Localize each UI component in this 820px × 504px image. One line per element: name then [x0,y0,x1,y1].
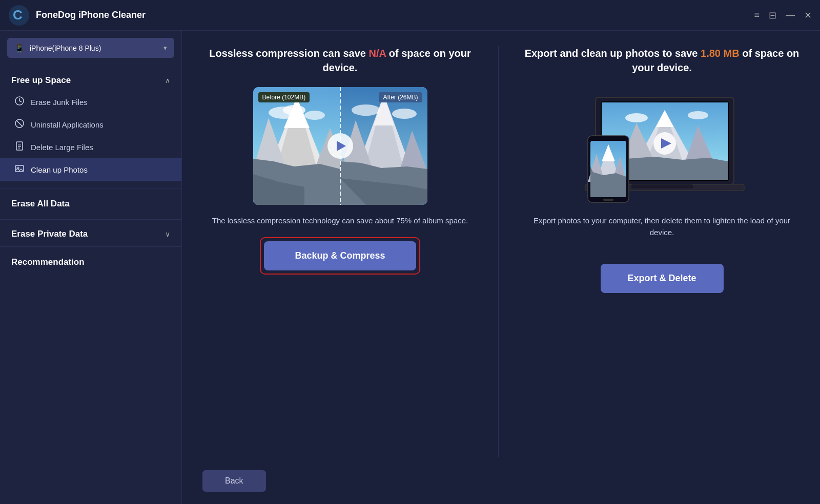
window-controls: ≡ ⊟ — ✕ [754,10,812,21]
titlebar: C FoneDog iPhone Cleaner ≡ ⊟ — ✕ [0,0,820,31]
backup-compress-highlight-border: Backup & Compress [260,237,420,275]
play-button[interactable] [327,133,353,159]
panel-export-delete: Export and clean up photos to save 1.80 … [499,46,799,457]
app-title: FoneDog iPhone Cleaner [36,10,754,20]
left-panel-heading: Lossless compression can save N/A of spa… [202,46,478,75]
free-up-space-title: Free up Space [11,75,71,86]
app-logo: C [8,5,30,26]
free-up-space-header[interactable]: Free up Space ∧ [0,68,181,91]
chevron-down-icon-2: ∨ [165,230,170,238]
sidebar-divider-1 [0,188,181,188]
svg-point-34 [392,109,417,119]
export-delete-button[interactable]: Export & Delete [601,264,724,293]
svg-line-4 [19,101,22,102]
uninstall-apps-label: Uninstall Applications [31,120,104,129]
svg-text:C: C [13,7,23,23]
svg-point-33 [352,104,380,116]
sidebar: 📱 iPhone(iPhone 8 Plus) ▾ Free up Space … [0,31,182,504]
mb-highlight: 1.80 MB [701,48,740,59]
sidebar-item-recommendation[interactable]: Recommendation [0,249,181,276]
chat-icon[interactable]: ⊟ [769,10,776,21]
svg-rect-55 [603,199,613,201]
svg-line-6 [16,120,23,127]
content-area: Lossless compression can save N/A of spa… [182,31,820,462]
backup-compress-button[interactable]: Backup & Compress [264,241,416,270]
svg-point-31 [283,105,305,115]
right-panel-description: Export photos to your computer, then del… [524,215,799,238]
before-label: Before (102MB) [258,92,310,102]
chevron-down-icon: ▾ [163,44,167,52]
block-icon [14,119,25,130]
svg-rect-7 [16,142,23,150]
na-highlight: N/A [368,48,386,59]
erase-junk-label: Erase Junk Files [31,98,88,107]
sidebar-divider-3 [0,246,181,247]
close-icon[interactable]: ✕ [804,10,812,21]
sidebar-divider-2 [0,219,181,220]
right-panel-heading: Export and clean up photos to save 1.80 … [524,46,799,75]
sidebar-item-delete-large[interactable]: Delete Large Files [0,136,181,158]
play-icon [337,141,346,151]
clock-icon [14,96,25,108]
panel-backup-compress: Lossless compression can save N/A of spa… [202,46,499,457]
sidebar-item-erase-junk[interactable]: Erase Junk Files [0,91,181,113]
after-label: After (26MB) [379,92,422,102]
menu-icon[interactable]: ≡ [754,10,760,20]
svg-point-32 [304,111,325,120]
left-panel-description: The lossless compression technology can … [212,215,468,227]
device-label: iPhone(iPhone 8 Plus) [30,44,158,52]
main-content: Lossless compression can save N/A of spa… [182,31,820,504]
app-body: 📱 iPhone(iPhone 8 Plus) ▾ Free up Space … [0,31,820,504]
document-icon [14,141,25,153]
laptop-phone-image [575,87,749,205]
phone-icon: 📱 [14,43,25,53]
sidebar-item-erase-all[interactable]: Erase All Data [0,191,181,217]
footer: Back [182,462,820,504]
cleanup-photos-label: Clean up Photos [31,165,88,174]
photo-icon [14,164,25,175]
svg-rect-47 [631,184,693,188]
sidebar-section-free-up-space: Free up Space ∧ Erase Junk Files Uninsta… [0,68,181,186]
svg-point-44 [625,113,648,122]
sidebar-item-cleanup-photos[interactable]: Clean up Photos [0,158,181,181]
svg-point-45 [688,111,708,119]
before-after-image: Before (102MB) After (26MB) [253,87,427,205]
delete-large-label: Delete Large Files [31,143,93,152]
device-image [575,87,749,205]
sidebar-item-erase-private[interactable]: Erase Private Data ∨ [0,222,181,244]
minimize-icon[interactable]: — [786,10,795,20]
back-button[interactable]: Back [202,470,266,492]
collapse-icon: ∧ [165,76,170,85]
sidebar-item-uninstall-apps[interactable]: Uninstall Applications [0,113,181,136]
device-selector[interactable]: 📱 iPhone(iPhone 8 Plus) ▾ [7,38,174,58]
